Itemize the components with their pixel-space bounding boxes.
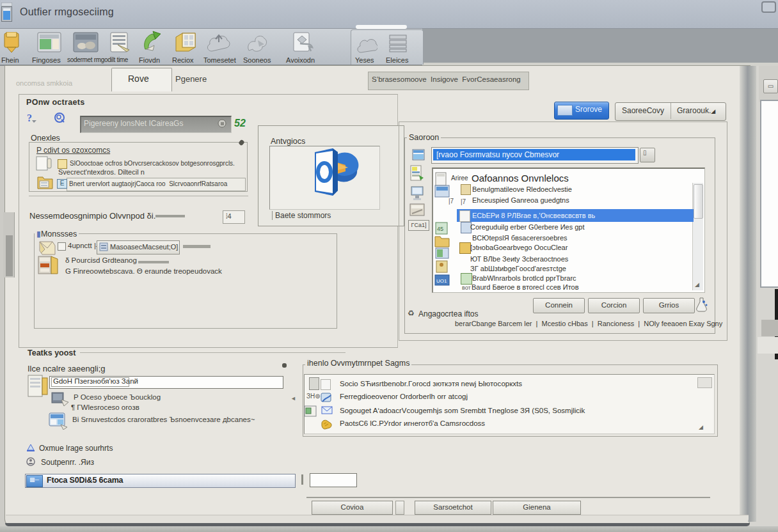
svg-text:?: ?: [27, 113, 32, 123]
svg-text:UO1: UO1: [436, 278, 447, 284]
svg-text:45: 45: [437, 226, 443, 232]
svg-text:|7: |7: [449, 198, 454, 205]
